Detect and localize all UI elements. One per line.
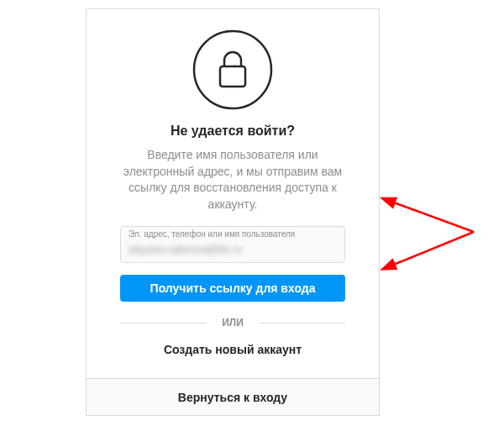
identifier-field-wrapper: Эл. адрес, телефон или имя пользователя …: [120, 226, 345, 263]
page-title: Не удается войти?: [120, 124, 345, 139]
main-panel: Не удается войти? Введите имя пользовате…: [86, 8, 380, 379]
identifier-input[interactable]: [120, 226, 345, 263]
svg-point-0: [194, 31, 271, 108]
create-account-link[interactable]: Создать новый аккаунт: [164, 343, 302, 356]
divider-line-left: [120, 323, 207, 323]
help-description: Введите имя пользователя или электронный…: [120, 147, 345, 213]
svg-line-2: [391, 202, 474, 232]
back-to-login-link[interactable]: Вернуться к входу: [178, 391, 287, 404]
divider: или: [120, 317, 345, 329]
back-panel: Вернуться к входу: [86, 379, 380, 416]
svg-rect-1: [220, 66, 245, 87]
annotation-arrows: [380, 192, 489, 284]
login-help-dialog: Не удается войти? Введите имя пользовате…: [86, 8, 380, 416]
divider-label: или: [222, 317, 244, 329]
send-login-link-button[interactable]: Получить ссылку для входа: [120, 275, 345, 302]
lock-icon: [192, 29, 273, 110]
svg-line-3: [391, 232, 474, 266]
divider-line-right: [259, 323, 345, 323]
